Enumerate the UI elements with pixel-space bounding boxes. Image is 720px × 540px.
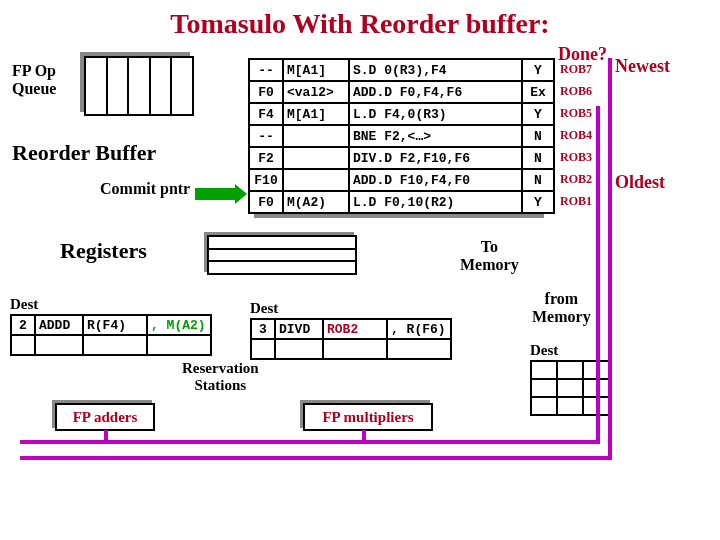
from-memory-label: fromMemory: [532, 290, 591, 325]
cdb-bus: [362, 430, 366, 444]
dest-label: Dest: [10, 296, 38, 313]
table-row: F0<val2>ADD.D F0,F4,F6Ex: [249, 81, 554, 103]
reservation-stations-label: ReservationStations: [182, 360, 259, 393]
fp-op-queue-label: FP OpQueue: [12, 62, 56, 97]
newest-label: Newest: [615, 56, 670, 77]
table-row: --BNE F2,<…>N: [249, 125, 554, 147]
table-row: --M[A1]S.D 0(R3),F4Y: [249, 59, 554, 81]
fp-op-queue: [80, 52, 190, 112]
fp-adders-unit: FP adders: [52, 400, 152, 428]
commit-pointer-label: Commit pntr: [100, 180, 190, 198]
to-memory-label: ToMemory: [460, 238, 519, 273]
table-row: F2DIV.D F2,F10,F6N: [249, 147, 554, 169]
cdb-bus: [596, 106, 600, 440]
rob-tag: ROB3: [560, 150, 592, 165]
register-file: [204, 232, 354, 272]
cdb-bus: [104, 430, 108, 444]
rob-tag: ROB7: [560, 62, 592, 77]
table-row: F0M(A2)L.D F0,10(R2)Y: [249, 191, 554, 213]
page-title: Tomasulo With Reorder buffer:: [10, 8, 710, 40]
table-row: F4M[A1]L.D F4,0(R3)Y: [249, 103, 554, 125]
rob-tag: ROB2: [560, 172, 592, 187]
rob-tag: ROB1: [560, 194, 592, 209]
rob-tag: ROB6: [560, 84, 592, 99]
table-row: F10ADD.D F10,F4,F0N: [249, 169, 554, 191]
cdb-bus: [608, 58, 612, 460]
dest-label: Dest: [530, 342, 558, 359]
cdb-bus: [20, 456, 608, 460]
rs-adder-table: 2ADDDR(F4), M(A2): [10, 314, 212, 356]
reorder-buffer-table: --M[A1]S.D 0(R3),F4Y F0<val2>ADD.D F0,F4…: [248, 58, 555, 214]
fp-multipliers-unit: FP multipliers: [300, 400, 430, 428]
commit-pointer-arrow: [195, 188, 235, 200]
registers-label: Registers: [60, 238, 147, 264]
reorder-buffer-label: Reorder Buffer: [12, 140, 156, 166]
rob-tag: ROB5: [560, 106, 592, 121]
rob-tag: ROB4: [560, 128, 592, 143]
rs-multiplier-table: 3DIVDROB2, R(F6): [250, 318, 452, 360]
oldest-label: Oldest: [615, 172, 665, 193]
dest-label: Dest: [250, 300, 278, 317]
